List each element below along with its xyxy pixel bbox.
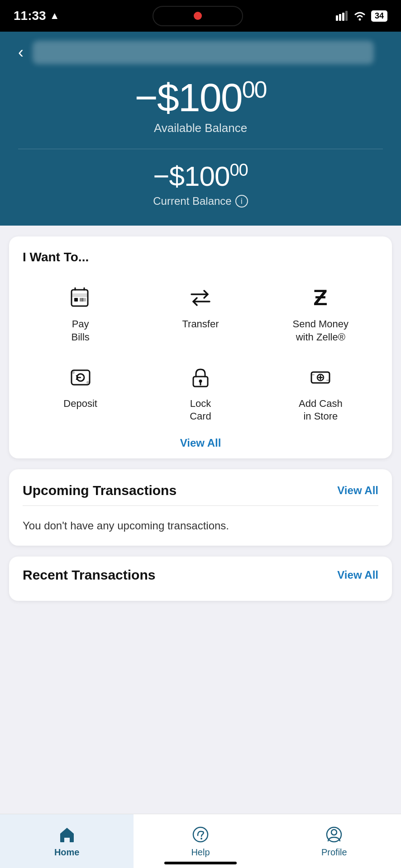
wifi-icon xyxy=(353,11,367,21)
available-dollar: $100 xyxy=(157,75,242,120)
svg-rect-1 xyxy=(339,14,341,21)
svg-rect-9 xyxy=(74,298,78,302)
pay-bills-icon xyxy=(65,283,96,313)
bottom-nav: Home Help Profile xyxy=(0,814,401,868)
svg-rect-11 xyxy=(82,298,86,302)
home-icon xyxy=(57,825,77,844)
zelle-icon: Ƶ xyxy=(305,283,336,313)
svg-rect-0 xyxy=(336,15,338,21)
available-cents: 00 xyxy=(242,76,267,103)
recent-view-all[interactable]: View All xyxy=(337,569,378,581)
nav-help-label: Help xyxy=(191,847,210,858)
available-balance-label: Available Balance xyxy=(154,121,247,135)
deposit-label: Deposit xyxy=(63,397,97,410)
svg-point-4 xyxy=(358,19,361,21)
svg-point-34 xyxy=(331,830,337,835)
add-cash-icon xyxy=(305,362,336,393)
profile-icon xyxy=(324,825,344,844)
svg-text:Ƶ: Ƶ xyxy=(313,287,327,309)
current-balance-label: Current Balance i xyxy=(153,195,248,208)
upcoming-view-all[interactable]: View All xyxy=(337,484,378,497)
info-icon[interactable]: i xyxy=(235,195,248,208)
header-nav: ‹ xyxy=(18,41,383,64)
signal-icon xyxy=(336,11,348,21)
svg-point-31 xyxy=(193,827,208,842)
location-arrow-icon: ▲ xyxy=(50,10,60,22)
transfer-icon xyxy=(185,283,216,313)
current-dollar: $100 xyxy=(169,160,230,192)
status-icons: 34 xyxy=(336,10,387,22)
zelle-label: Send Moneywith Zelle® xyxy=(293,318,349,344)
transfer-label: Transfer xyxy=(182,318,219,331)
lock-icon xyxy=(185,362,216,393)
nav-profile[interactable]: Profile xyxy=(267,814,401,868)
upcoming-empty-message: You don't have any upcoming transactions… xyxy=(23,515,378,537)
balance-divider xyxy=(18,149,383,149)
pay-bills-action[interactable]: PayBills xyxy=(23,278,138,348)
transfer-action[interactable]: Transfer xyxy=(143,278,258,348)
recording-dot xyxy=(194,12,202,20)
available-sign: − xyxy=(135,75,157,120)
upcoming-divider xyxy=(23,505,378,506)
status-bar: 11:33 ▲ 34 xyxy=(0,0,401,32)
upcoming-title: Upcoming Transactions xyxy=(23,483,177,498)
i-want-to-view-all[interactable]: View All xyxy=(23,437,378,449)
deposit-action[interactable]: Deposit xyxy=(23,358,138,428)
recent-header: Recent Transactions View All xyxy=(23,567,378,583)
svg-point-32 xyxy=(200,838,202,840)
current-balance-display: −$10000 xyxy=(153,160,248,192)
recent-transactions-card: Recent Transactions View All xyxy=(9,557,392,601)
svg-rect-2 xyxy=(342,13,344,21)
add-cash-label: Add Cashin Store xyxy=(299,397,343,423)
nav-profile-label: Profile xyxy=(321,847,347,858)
send-zelle-action[interactable]: Ƶ Send Moneywith Zelle® xyxy=(263,278,378,348)
lock-card-label: LockCard xyxy=(190,397,211,423)
svg-point-17 xyxy=(72,371,75,374)
svg-rect-3 xyxy=(345,11,348,21)
header-area: ‹ −$10000 Available Balance −$10000 Curr… xyxy=(0,32,401,226)
upcoming-header: Upcoming Transactions View All xyxy=(23,483,378,498)
svg-point-18 xyxy=(86,381,89,384)
i-want-to-title: I Want To... xyxy=(23,250,378,264)
upcoming-transactions-card: Upcoming Transactions View All You don't… xyxy=(9,469,392,546)
nav-help[interactable]: Help xyxy=(134,814,267,868)
status-time: 11:33 ▲ xyxy=(14,9,59,23)
home-indicator xyxy=(164,862,237,864)
available-balance-display: −$10000 xyxy=(135,78,267,118)
actions-grid: PayBills Transfer Ƶ xyxy=(23,278,378,427)
deposit-icon xyxy=(65,362,96,393)
pay-bills-label: PayBills xyxy=(71,318,89,344)
nav-home[interactable]: Home xyxy=(0,814,134,868)
main-content: I Want To... PayBills xyxy=(0,226,401,675)
account-name-blurred xyxy=(33,41,374,64)
svg-rect-6 xyxy=(72,293,88,297)
add-cash-action[interactable]: Add Cashin Store xyxy=(263,358,378,428)
battery-level: 34 xyxy=(371,10,387,22)
back-button[interactable]: ‹ xyxy=(18,44,24,61)
current-cents: 00 xyxy=(229,161,248,180)
dynamic-island xyxy=(153,6,243,26)
time-display: 11:33 xyxy=(14,9,46,23)
nav-home-label: Home xyxy=(54,847,80,858)
i-want-to-card: I Want To... PayBills xyxy=(9,236,392,458)
lock-card-action[interactable]: LockCard xyxy=(143,358,258,428)
recent-title: Recent Transactions xyxy=(23,567,155,583)
help-icon xyxy=(191,825,210,844)
current-sign: − xyxy=(153,160,169,192)
